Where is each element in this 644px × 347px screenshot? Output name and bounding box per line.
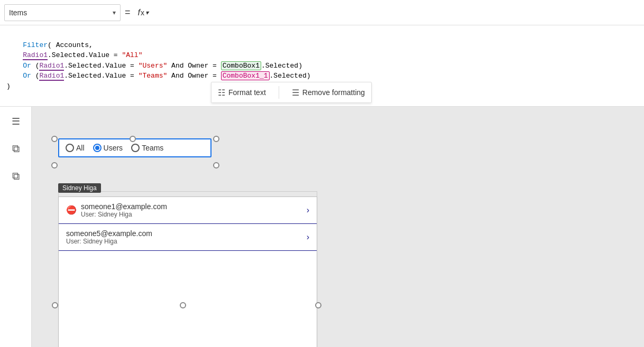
equals-symbol: = (125, 7, 131, 18)
formula-radio1-2: Radio1 (39, 62, 64, 71)
layers-icon: ⧉ (12, 143, 20, 155)
handle-ml[interactable] (51, 162, 58, 168)
gallery-email-2: someone5@example.com (66, 229, 152, 238)
right-panel (538, 107, 644, 348)
gallery-user-2: User: Sidney Higa (66, 238, 152, 245)
format-toolbar: ☷ Format text ☰ Remove formatting (211, 82, 372, 103)
gallery-empty-area (59, 251, 317, 348)
radio-option-teams[interactable]: Teams (131, 144, 163, 152)
gallery-item-2[interactable]: someone5@example.com User: Sidney Higa › (59, 224, 317, 251)
fx-label: f (138, 8, 140, 17)
formula-radio1-3: Radio1 (39, 72, 64, 81)
remove-formatting-icon: ☰ (292, 88, 299, 98)
canvas: All Users Teams Sidney Higa (32, 107, 538, 348)
gallery-control: ⛔ someone1@example.com User: Sidney Higa… (58, 196, 317, 348)
handle-gallery-bl[interactable] (52, 302, 58, 308)
disabled-icon-1: ⛔ (66, 205, 77, 215)
remove-formatting-button[interactable]: ☰ Remove formatting (292, 88, 365, 98)
handle-tr[interactable] (213, 136, 219, 142)
toolbar-divider (279, 86, 279, 99)
radio-circle-users (93, 144, 102, 152)
left-sidebar: ☰ ⧉ ⧉ (0, 107, 32, 348)
sidebar-icon-layers[interactable]: ⧉ (7, 140, 24, 157)
formula-radio1-1: Radio1 (23, 51, 48, 60)
format-text-label: Format text (228, 88, 266, 97)
fx-button[interactable]: f x ▾ (135, 7, 152, 18)
format-text-icon: ☷ (218, 88, 225, 98)
radio-option-all[interactable]: All (66, 144, 85, 152)
components-icon: ⧉ (12, 170, 20, 182)
property-label: Items (9, 8, 113, 17)
formula-accounts: Accounts (56, 41, 89, 49)
formula-combobox1-1: ComboBox1_1 (221, 71, 270, 80)
radio-label-all: All (76, 144, 85, 152)
toolbar: Items ▾ = f x ▾ (0, 0, 644, 25)
formula-or-2: Or (23, 72, 31, 80)
radio-circle-teams (131, 144, 140, 152)
format-text-button[interactable]: ☷ Format text (218, 88, 266, 98)
fx-chevron-icon: ▾ (145, 9, 149, 16)
chevron-down-icon: ▾ (113, 9, 116, 16)
tooltip-label: Sidney Higa (58, 183, 101, 193)
formula-val-users: "Users" (139, 62, 168, 70)
gallery-chevron-1: › (307, 205, 309, 215)
handle-tc[interactable] (130, 136, 136, 142)
x-label: x (141, 8, 144, 17)
radio-label-users: Users (104, 144, 123, 152)
radio-label-teams: Teams (142, 144, 163, 152)
main-area: ☰ ⧉ ⧉ All Users Teams (0, 107, 644, 348)
formula-val-teams: "Teams" (139, 72, 168, 80)
sidebar-icon-hamburger[interactable]: ☰ (7, 113, 24, 130)
handle-gallery-br[interactable] (315, 302, 321, 308)
formula-filter-kw: Filter (23, 41, 48, 49)
hamburger-icon: ☰ (12, 116, 20, 127)
gallery-item-content-2: someone5@example.com User: Sidney Higa (66, 229, 152, 245)
formula-combobox1: ComboBox1 (221, 61, 261, 70)
formula-val-all: "All" (122, 51, 142, 59)
gallery-chevron-2: › (307, 232, 309, 242)
radio-option-users[interactable]: Users (93, 144, 123, 152)
sidebar-icon-components[interactable]: ⧉ (7, 168, 24, 185)
formula-or-1: Or (23, 62, 31, 70)
gallery-item-1[interactable]: ⛔ someone1@example.com User: Sidney Higa… (59, 197, 317, 224)
gallery-item-content-1: someone1@example.com User: Sidney Higa (81, 202, 167, 218)
remove-formatting-label: Remove formatting (302, 88, 365, 97)
handle-gallery-bc[interactable] (180, 302, 186, 308)
radio-circle-all (66, 144, 74, 152)
gallery-email-1: someone1@example.com (81, 202, 167, 211)
handle-tl[interactable] (51, 136, 58, 142)
property-dropdown[interactable]: Items ▾ (4, 4, 121, 21)
handle-mr[interactable] (213, 162, 219, 168)
gallery-user-1: User: Sidney Higa (81, 211, 167, 218)
